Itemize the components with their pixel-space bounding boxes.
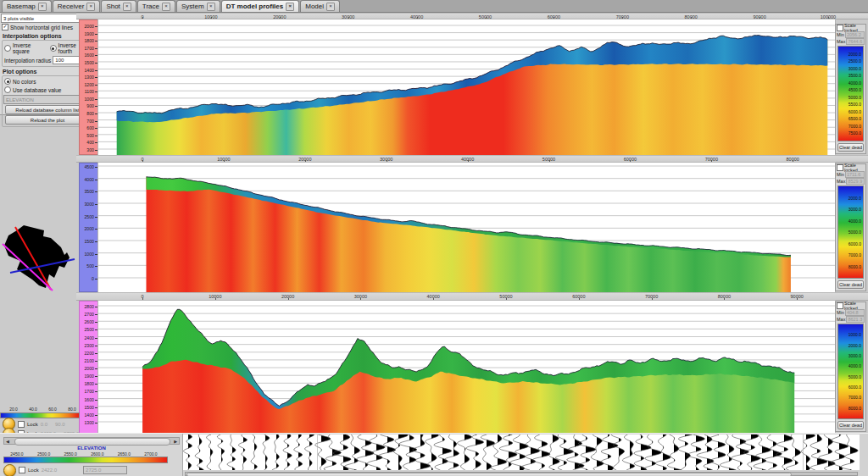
tab-system[interactable]: System×	[176, 0, 220, 12]
y-tick-mark	[95, 391, 97, 392]
tab-receiver[interactable]: Receiver×	[53, 0, 101, 12]
inverse-fourth-radio[interactable]	[50, 45, 57, 52]
tab-close-icon[interactable]: ×	[207, 3, 215, 11]
y-tick-mark	[95, 55, 97, 56]
min-value-field[interactable]: 1711.6	[845, 171, 865, 178]
clear-dead-button[interactable]: Clear dead	[837, 143, 864, 152]
reload-database-column-list-button[interactable]: Reload database column list	[5, 105, 90, 114]
y-tick-mark	[95, 128, 97, 129]
y-tick-mark	[95, 106, 97, 107]
y-tick-label: 1500	[84, 60, 94, 65]
elevation-max-field[interactable]: 2725.0	[83, 466, 127, 474]
scroll-right-icon[interactable]: ▶	[174, 439, 177, 444]
elevation-title: ELEVATION	[0, 446, 183, 451]
scrollbar-thumb[interactable]	[14, 438, 170, 446]
dt-model-profile-1-plot[interactable]	[98, 19, 835, 155]
tab-trace[interactable]: Trace×	[137, 0, 175, 12]
max-value-field[interactable]: 7644.6	[846, 38, 865, 45]
colorbar-tick-label: 7000.0	[849, 396, 861, 400]
reload-the-plot-button[interactable]: Reload the plot	[5, 115, 90, 125]
survey-area-polygon	[4, 225, 70, 288]
show-grid-checkbox[interactable]: ✓	[2, 24, 8, 30]
y-tick-mark	[95, 85, 97, 86]
x-tick-mark	[760, 17, 760, 19]
tab-close-icon[interactable]: ×	[123, 3, 131, 11]
y-tick-label: 2600	[84, 319, 94, 324]
tab-close-icon[interactable]: ×	[162, 3, 170, 11]
y-tick-mark	[95, 376, 97, 377]
colorbar-tick-label: 4000.0	[849, 81, 861, 86]
x-tick-mark	[711, 160, 712, 162]
x-tick-mark	[215, 298, 216, 300]
y-tick-mark	[95, 204, 97, 205]
colorbar-tick-label: 7500.0	[849, 131, 861, 136]
no-colors-radio[interactable]	[4, 78, 11, 85]
elevation-min-value[interactable]: 2422.0	[42, 468, 57, 473]
y-tick-label: 2700	[84, 312, 94, 317]
scale-locked-checkbox[interactable]	[837, 164, 843, 171]
scrollbar-thumb[interactable]	[186, 473, 792, 476]
min-value-field[interactable]: 404.8	[845, 309, 865, 316]
y-tick-mark	[95, 113, 97, 114]
x-tick-mark	[142, 160, 143, 162]
y-tick-mark	[95, 121, 97, 122]
lock-checkbox[interactable]	[19, 467, 25, 473]
lock-min-value[interactable]: 0.0	[41, 422, 47, 427]
y-tick-mark	[95, 63, 97, 64]
y-axis-strip: 2800270026002500240023002200210020001900…	[79, 301, 98, 434]
tab-close-icon[interactable]: ×	[286, 3, 294, 11]
y-tick-mark	[95, 329, 97, 330]
max-value-field[interactable]: 8529.9	[846, 178, 865, 185]
inverse-square-radio[interactable]	[4, 45, 11, 52]
seismic-panel	[183, 434, 861, 476]
x-axis-strip: 0100002000030000400005000060000700008000…	[76, 155, 868, 163]
basemap-mini-view[interactable]	[2, 208, 78, 293]
color-ball-icon[interactable]	[3, 464, 16, 476]
x-tick-mark	[211, 17, 212, 19]
colorbar-tick-label: 4000.0	[849, 219, 861, 224]
y-tick-mark	[95, 415, 97, 416]
y-tick-mark	[95, 167, 97, 168]
seismic-scrollbar[interactable]	[185, 472, 858, 476]
tab-close-icon[interactable]: ×	[86, 3, 95, 11]
scale-panel-3: Scale lockedMin404.8Max8621.31000.02000.…	[835, 302, 866, 432]
scale-locked-checkbox[interactable]	[837, 302, 843, 309]
min-label: Min	[837, 310, 844, 315]
min-value-field[interactable]: 2056.2	[845, 31, 865, 38]
x-tick-mark	[691, 17, 692, 19]
y-tick-label: 1400	[84, 68, 94, 73]
velocity-colorbar: 1000.02000.03000.04000.05000.06000.07000…	[837, 324, 864, 419]
database-column-value: ELEVATION	[6, 97, 34, 102]
y-tick-mark	[95, 91, 97, 92]
tab-shot[interactable]: Shot×	[101, 0, 136, 12]
colorbar-tick-label: 3000.0	[849, 67, 861, 71]
dt-model-profile-3-plot[interactable]	[98, 301, 835, 434]
tab-dt-model-profiles[interactable]: DT model profiles×	[221, 0, 300, 12]
max-value-field[interactable]: 8621.3	[846, 316, 865, 323]
elevation-color-bar	[3, 457, 168, 463]
y-tick-mark	[95, 400, 97, 401]
elevation-scrollbar[interactable]: ◀ ▶	[3, 437, 180, 445]
use-database-value-radio[interactable]	[4, 86, 11, 93]
tab-basemap[interactable]: Basemap×	[2, 0, 52, 12]
y-tick-label: 2000	[84, 226, 94, 231]
colorbar-tick-label: 2000.0	[849, 196, 861, 201]
tab-label: Receiver	[58, 3, 85, 10]
colorbar-tick-label: 8000.0	[849, 265, 861, 269]
y-tick-label: 1500	[84, 405, 94, 410]
seismic-trace-view[interactable]	[183, 434, 860, 470]
scale-locked-checkbox[interactable]	[837, 25, 843, 31]
y-tick-mark	[95, 353, 97, 354]
x-tick-mark	[828, 17, 829, 19]
lock-max-value[interactable]: 90.0	[55, 422, 65, 427]
min-label: Min	[837, 172, 844, 177]
tab-close-icon[interactable]: ×	[38, 3, 47, 11]
clear-dead-button[interactable]: Clear dead	[837, 280, 864, 289]
clear-dead-button[interactable]: Clear dead	[837, 421, 864, 429]
tab-model[interactable]: Model×	[300, 0, 340, 12]
tab-close-icon[interactable]: ×	[326, 3, 335, 11]
scroll-left-icon[interactable]: ◀	[6, 439, 9, 444]
dt-model-profile-2-plot[interactable]	[98, 163, 835, 292]
x-tick-mark	[797, 298, 798, 300]
y-tick-label: 400	[86, 140, 94, 145]
